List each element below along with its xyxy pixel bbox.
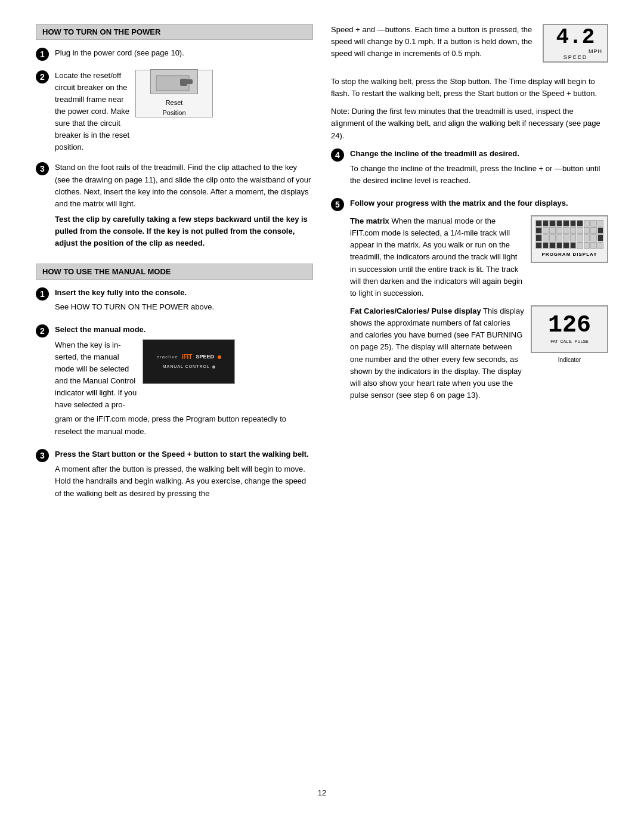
reset-graphic — [150, 69, 198, 94]
speed-number: 4.2 — [556, 27, 595, 48]
program-display-container: PROGRAM DISPLAY — [531, 215, 608, 299]
prog-cell — [590, 220, 597, 227]
prog-cell — [563, 242, 569, 249]
prog-cell — [543, 227, 549, 234]
section-header-manual: HOW TO USE THE MANUAL MODE — [36, 264, 313, 280]
two-column-layout: HOW TO TURN ON THE POWER 1 Plug in the p… — [36, 24, 608, 770]
step-manual-3: 3 Press the Start button or the Speed + … — [36, 448, 313, 502]
step-content-2: Locate the reset/off circuit breaker on … — [55, 70, 313, 154]
speed-label: SPEED — [564, 54, 588, 60]
fat-cal-section: Fat Calories/Calories/ Pulse display Thi… — [350, 305, 608, 401]
fat-cal-display-container: 126 FAT CALS. PULSE Indicator — [531, 305, 608, 401]
step-number-1: 1 — [36, 48, 49, 61]
prog-cell — [543, 220, 549, 227]
prog-cell — [597, 242, 604, 249]
prog-cell — [563, 227, 569, 234]
step-number-r4: 4 — [331, 148, 344, 162]
prog-cell — [597, 234, 604, 241]
prog-cell — [535, 234, 542, 241]
fat-cal-text: Fat Calories/Calories/ Pulse display Thi… — [350, 305, 525, 401]
step-manual-2: 2 Select the manual mode. When the key i… — [36, 324, 313, 440]
step-number-m1: 1 — [36, 287, 49, 301]
reset-label: Reset Position — [162, 98, 185, 117]
section-header-power: HOW TO TURN ON THE POWER — [36, 24, 313, 40]
step-content-m2: Select the manual mode. When the key is … — [55, 324, 313, 440]
step-content-r4: Change the incline of the treadmill as d… — [350, 148, 608, 190]
prog-cell — [577, 234, 583, 241]
prog-cell — [563, 234, 569, 241]
prog-cell — [590, 227, 597, 234]
step-inline-m2: When the key is in- serted, the manual m… — [55, 339, 313, 411]
prog-cell — [549, 227, 556, 234]
mc-speed: SPEED — [196, 353, 214, 361]
prog-cell — [584, 242, 590, 249]
step-number-2: 2 — [36, 70, 49, 83]
prog-cell — [549, 234, 556, 241]
manual-control-image: eractive iFIT SPEED MANUAL CONTROL — [143, 339, 235, 384]
step-right-4: 4 Change the incline of the treadmill as… — [331, 148, 608, 190]
page: HOW TO TURN ON THE POWER 1 Plug in the p… — [0, 0, 644, 833]
fat-labels: FAT CALS. PULSE — [550, 339, 589, 345]
step-content-1: Plug in the power cord (see page 10). — [55, 47, 313, 61]
prog-cell — [570, 242, 577, 249]
prog-cell — [570, 220, 577, 227]
step-text-2: Locate the reset/off circuit breaker on … — [55, 70, 129, 154]
fat-indicator-label: Indicator — [558, 355, 581, 364]
step-manual-1: 1 Insert the key fully into the console.… — [36, 287, 313, 315]
step-content-m3: Press the Start button or the Speed + bu… — [55, 448, 313, 502]
prog-cell — [535, 220, 542, 227]
prog-cell — [597, 220, 604, 227]
left-column: HOW TO TURN ON THE POWER 1 Plug in the p… — [36, 24, 313, 770]
mc-dot — [218, 355, 221, 359]
speed-para: Speed + and —buttons. Each time a button… — [331, 24, 537, 70]
step-content-3: Stand on the foot rails of the treadmill… — [55, 162, 313, 252]
stop-para: To stop the walking belt, press the Stop… — [331, 76, 608, 100]
mc-indicator-dot — [212, 366, 215, 368]
prog-cell — [535, 227, 542, 234]
mc-bottom: MANUAL CONTROL — [163, 364, 215, 370]
prog-cell — [584, 220, 590, 227]
program-display-image: PROGRAM DISPLAY — [531, 215, 608, 263]
prog-grid — [535, 220, 603, 249]
prog-cell — [584, 234, 590, 241]
fat-cal-display-image: 126 FAT CALS. PULSE — [531, 305, 608, 353]
prog-cell — [577, 227, 583, 234]
step-inline-2: Locate the reset/off circuit breaker on … — [55, 70, 313, 154]
reset-position-image: Reset Position — [135, 70, 213, 117]
mc-eractive-text: eractive — [157, 354, 178, 361]
prog-cell — [577, 220, 583, 227]
prog-cell — [590, 242, 597, 249]
step-power-1: 1 Plug in the power cord (see page 10). — [36, 47, 313, 61]
prog-cell — [570, 227, 577, 234]
svg-rect-1 — [180, 79, 187, 86]
right-top: Speed + and —buttons. Each time a button… — [331, 24, 608, 70]
step-power-2: 2 Locate the reset/off circuit breaker o… — [36, 70, 313, 154]
prog-cell — [549, 220, 556, 227]
prog-cell — [556, 227, 563, 234]
step-right-5: 5 Follow your progress with the matrix a… — [331, 197, 608, 407]
note-para: Note: During the first few minutes that … — [331, 106, 608, 141]
prog-cell — [577, 242, 583, 249]
prog-cell — [556, 242, 563, 249]
step-power-3: 3 Stand on the foot rails of the treadmi… — [36, 162, 313, 252]
speed-unit: MPH — [589, 48, 602, 54]
prog-label: PROGRAM DISPLAY — [542, 251, 597, 258]
prog-cell — [597, 227, 604, 234]
prog-cell — [556, 234, 563, 241]
reset-svg — [153, 70, 195, 94]
step-number-3: 3 — [36, 162, 49, 175]
step-content-r5: Follow your progress with the matrix and… — [350, 197, 608, 407]
step-content-m1: Insert the key fully into the console. S… — [55, 287, 313, 315]
prog-cell — [543, 242, 549, 249]
svg-rect-0 — [156, 76, 189, 91]
fat-number: 126 — [548, 314, 591, 337]
matrix-section: The matrix When the manual mode or the i… — [350, 215, 608, 299]
step-number-m2: 2 — [36, 324, 49, 337]
prog-cell — [563, 220, 569, 227]
mc-ifit-logo: iFIT — [182, 352, 193, 361]
prog-cell — [590, 234, 597, 241]
step-number-m3: 3 — [36, 449, 49, 462]
step-text-m2: When the key is in- serted, the manual m… — [55, 339, 137, 411]
right-column: Speed + and —buttons. Each time a button… — [331, 24, 608, 770]
mc-top: eractive iFIT SPEED — [157, 352, 221, 361]
